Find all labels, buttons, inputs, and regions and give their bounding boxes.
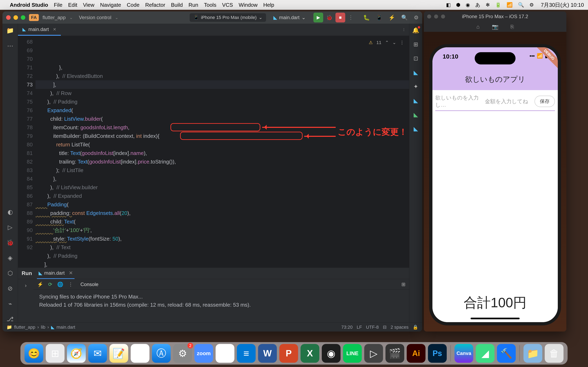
price-input[interactable]: 金額を入力してね: [485, 98, 532, 105]
vcs-dropdown[interactable]: Version control: [79, 15, 112, 20]
breadcrumb[interactable]: 📁 flutter_app › lib › ◣ main.dart: [7, 325, 75, 330]
item-name-input[interactable]: 欲しいものを入力し…: [435, 94, 483, 108]
dock-photoshop[interactable]: Ps: [428, 344, 447, 363]
run-config-selector[interactable]: ◣ main.dart ⌄: [273, 15, 306, 20]
dock-trash[interactable]: 🗑: [545, 344, 563, 363]
hot-reload-icon[interactable]: ⚡: [389, 15, 395, 21]
dock-appstore[interactable]: Ⓐ: [152, 344, 171, 363]
device-manager-icon[interactable]: ⊞: [414, 41, 418, 48]
hot-restart-icon[interactable]: ⟳: [48, 282, 52, 287]
close-icon[interactable]: ✕: [53, 27, 56, 32]
dock-xcode[interactable]: 🔨: [497, 344, 516, 363]
menu-edit[interactable]: Edit: [68, 2, 77, 8]
home-indicator[interactable]: [471, 318, 520, 319]
indent[interactable]: 2 spaces: [390, 325, 408, 330]
readonly-icon[interactable]: ⊟: [383, 325, 387, 330]
wifi-icon[interactable]: 📶: [507, 2, 513, 8]
code-editor[interactable]: ⚠ 11 ⌃ ⌄ ⋮ }, ), // ElevatedButton ], ),…: [35, 36, 409, 267]
dock-figma[interactable]: ◉: [322, 344, 341, 363]
problems-icon[interactable]: ⊘: [8, 285, 13, 292]
tabs-more-icon[interactable]: ⋮: [402, 28, 406, 32]
search-icon[interactable]: 🔍: [401, 15, 408, 21]
battery-icon[interactable]: 🔋: [495, 2, 501, 8]
dock-finder[interactable]: 😊: [25, 344, 43, 363]
more-icon[interactable]: ⋮: [68, 282, 73, 287]
menu-vcs[interactable]: VCS: [222, 2, 233, 8]
ai-assist-icon[interactable]: ✦: [414, 83, 418, 90]
minimize-button[interactable]: [434, 15, 438, 18]
debug-button[interactable]: 🐞: [326, 15, 333, 21]
dock-mail[interactable]: ✉: [88, 344, 107, 363]
dock-canva[interactable]: Canva: [454, 344, 473, 363]
dock-excel[interactable]: X: [301, 344, 319, 363]
more-tool-icon[interactable]: ⋯: [7, 42, 13, 49]
cursor-position[interactable]: 73:20: [341, 325, 353, 330]
dock-notes[interactable]: 📝: [109, 344, 128, 363]
inspection-more-icon[interactable]: ⋮: [400, 38, 404, 47]
dock-quicktime[interactable]: ▷: [364, 344, 383, 363]
dock-line[interactable]: LINE: [343, 344, 362, 363]
expand-icon[interactable]: ›: [25, 282, 27, 289]
menu-tools[interactable]: Tools: [204, 2, 216, 8]
tray-icon[interactable]: ◉: [466, 2, 470, 8]
project-name[interactable]: flutter_app: [43, 15, 66, 20]
home-icon[interactable]: ⌂: [476, 24, 480, 30]
settings-icon[interactable]: ⚙: [414, 15, 419, 21]
dock-illustrator[interactable]: Ai: [407, 344, 425, 363]
stop-button[interactable]: ■: [336, 13, 345, 22]
structure-icon[interactable]: ◐: [8, 208, 13, 216]
console-output[interactable]: Syncing files to device iPhone 15 Pro Ma…: [34, 290, 409, 312]
screenshot-icon[interactable]: 📷: [492, 24, 498, 30]
datetime[interactable]: 7月30日(火) 10:10: [541, 1, 584, 8]
maximize-button[interactable]: [441, 15, 445, 18]
dock-zoom[interactable]: zoom: [194, 344, 213, 363]
input-source-icon[interactable]: あ: [475, 2, 480, 8]
device-selector[interactable]: 📱 iPhone 15 Pro Max (mobile) ⌄: [190, 13, 266, 22]
dock-chrome[interactable]: ◉: [131, 344, 149, 363]
dock-android-studio[interactable]: ◢: [476, 344, 494, 363]
chevron-down-icon[interactable]: ⌄: [69, 15, 73, 20]
menu-build[interactable]: Build: [171, 2, 183, 8]
dock-settings[interactable]: ⚙2: [173, 344, 192, 363]
save-button[interactable]: 保存: [535, 96, 555, 107]
close-button[interactable]: [427, 15, 431, 18]
hot-reload-icon[interactable]: ⚡: [37, 282, 43, 287]
dock-safari[interactable]: 🧭: [67, 344, 86, 363]
dock-finalcut[interactable]: 🎬: [385, 344, 404, 363]
run-button[interactable]: ▶: [313, 13, 323, 22]
open-devtools-icon[interactable]: 🌐: [57, 282, 63, 287]
copy-icon[interactable]: ⎘: [511, 24, 514, 30]
control-center-icon[interactable]: ⚙: [529, 2, 534, 8]
run-label[interactable]: Run: [22, 270, 32, 276]
inspection-widget[interactable]: ⚠ 11 ⌃ ⌄ ⋮: [369, 38, 404, 47]
flutter-performance-icon[interactable]: ◣: [414, 111, 418, 118]
menu-help[interactable]: Help: [263, 2, 274, 8]
debug-tool-icon[interactable]: 🐞: [6, 239, 14, 246]
menu-window[interactable]: Window: [239, 2, 258, 8]
layout-icon[interactable]: ⊞: [401, 282, 406, 287]
menu-file[interactable]: File: [54, 2, 62, 8]
build-tool-icon[interactable]: ⬡: [8, 269, 13, 277]
minimize-button[interactable]: [13, 15, 18, 20]
menu-view[interactable]: View: [83, 2, 94, 8]
line-separator[interactable]: LF: [357, 325, 362, 330]
device-mirror-icon[interactable]: 📱: [376, 15, 382, 21]
menu-code[interactable]: Code: [127, 2, 139, 8]
flutter-tool-icon[interactable]: ◣: [414, 125, 418, 132]
bluetooth-icon[interactable]: ✻: [486, 2, 490, 8]
dock-slack[interactable]: ✱: [216, 344, 234, 363]
close-button[interactable]: [6, 15, 11, 20]
run-tool-icon[interactable]: ▷: [8, 224, 12, 231]
chevron-down-icon[interactable]: ⌄: [115, 15, 118, 20]
dock-word[interactable]: W: [258, 344, 277, 363]
editor-tab[interactable]: ◣ main.dart ✕: [18, 24, 61, 36]
menu-refactor[interactable]: Refactor: [145, 2, 165, 8]
project-tool-icon[interactable]: 📁: [6, 27, 14, 34]
tray-icon[interactable]: ⬢: [456, 2, 460, 8]
favorites-icon[interactable]: ◈: [8, 254, 12, 261]
nav-up-icon[interactable]: ⌃: [385, 38, 389, 47]
encoding[interactable]: UTF-8: [366, 325, 379, 330]
spotlight-icon[interactable]: 🔍: [518, 2, 524, 8]
close-icon[interactable]: ✕: [69, 270, 73, 276]
notifications-icon[interactable]: 🔔: [412, 27, 419, 34]
